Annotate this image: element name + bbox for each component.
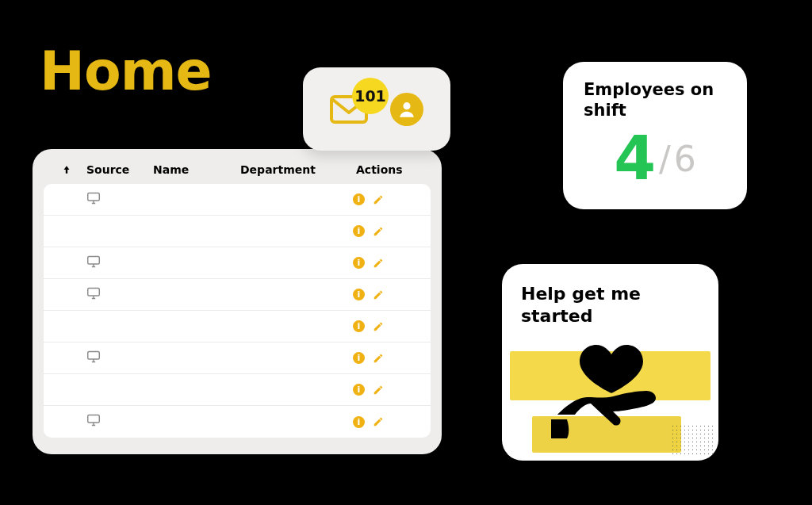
table-row[interactable]: i (44, 184, 431, 216)
table-row[interactable]: i (44, 247, 431, 279)
actions-cell: i (353, 257, 426, 269)
edit-button[interactable] (373, 289, 384, 300)
employees-separator: / (659, 139, 671, 179)
monitor-icon (86, 287, 101, 303)
info-button[interactable]: i (353, 193, 365, 205)
table-row[interactable]: i (44, 374, 431, 406)
edit-button[interactable] (373, 226, 384, 237)
actions-cell: i (353, 289, 426, 300)
monitor-icon (86, 255, 101, 271)
inbox-button[interactable]: 101 (330, 95, 368, 124)
info-button[interactable]: i (353, 352, 365, 364)
actions-cell: i (353, 352, 426, 364)
help-card-illustration (510, 337, 710, 453)
info-button[interactable]: i (353, 257, 365, 269)
hand-heart-icon (551, 337, 670, 438)
edit-button[interactable] (373, 194, 384, 205)
edit-button[interactable] (373, 258, 384, 269)
source-cell (83, 255, 150, 271)
actions-cell: i (353, 225, 426, 237)
col-department[interactable]: Department (240, 163, 356, 176)
help-get-started-card[interactable]: Help get me started (502, 264, 718, 461)
source-cell (83, 414, 150, 430)
texture-decoration (671, 424, 714, 456)
info-button[interactable]: i (353, 289, 365, 300)
unread-badge: 101 (352, 78, 389, 114)
info-button[interactable]: i (353, 416, 365, 428)
info-button[interactable]: i (353, 384, 365, 396)
monitor-icon (86, 414, 101, 430)
employees-count: 4 / 6 (584, 121, 726, 197)
col-name[interactable]: Name (153, 163, 240, 176)
col-actions: Actions (356, 163, 429, 176)
employees-card-title: Employees on shift (584, 79, 726, 121)
table-row[interactable]: i (44, 279, 431, 311)
employees-on-shift-value: 4 (614, 128, 656, 189)
edit-button[interactable] (373, 384, 384, 396)
help-card-title: Help get me started (521, 283, 699, 327)
source-cell (83, 287, 150, 303)
svg-rect-2 (88, 193, 100, 200)
actions-cell: i (353, 416, 426, 428)
data-table-card: Source Name Department Actions iiiiiiii (33, 149, 442, 454)
page-title: Home (40, 40, 212, 102)
header-actions: 101 (303, 67, 450, 151)
table-row[interactable]: i (44, 342, 431, 374)
table-row[interactable]: i (44, 216, 431, 247)
monitor-icon (86, 350, 101, 366)
avatar-button[interactable] (390, 93, 423, 126)
table-row[interactable]: i (44, 311, 431, 342)
svg-point-1 (403, 102, 410, 109)
table-body: iiiiiiii (44, 184, 431, 438)
monitor-icon (86, 192, 101, 208)
actions-cell: i (353, 193, 426, 205)
svg-rect-3 (88, 256, 100, 263)
edit-button[interactable] (373, 321, 384, 332)
info-button[interactable]: i (353, 225, 365, 237)
col-source[interactable]: Source (86, 163, 153, 176)
table-header-row: Source Name Department Actions (44, 163, 431, 184)
employees-total-value: 6 (674, 139, 696, 179)
source-cell (83, 350, 150, 366)
source-cell (83, 192, 150, 208)
table-row[interactable]: i (44, 406, 431, 438)
info-button[interactable]: i (353, 320, 365, 332)
sort-arrow-up-icon[interactable] (47, 164, 86, 175)
edit-button[interactable] (373, 353, 384, 364)
edit-button[interactable] (373, 416, 384, 427)
actions-cell: i (353, 384, 426, 396)
employees-on-shift-card[interactable]: Employees on shift 4 / 6 (563, 62, 747, 209)
svg-rect-6 (88, 415, 100, 422)
actions-cell: i (353, 320, 426, 332)
svg-rect-4 (88, 288, 100, 295)
svg-rect-5 (88, 351, 100, 358)
